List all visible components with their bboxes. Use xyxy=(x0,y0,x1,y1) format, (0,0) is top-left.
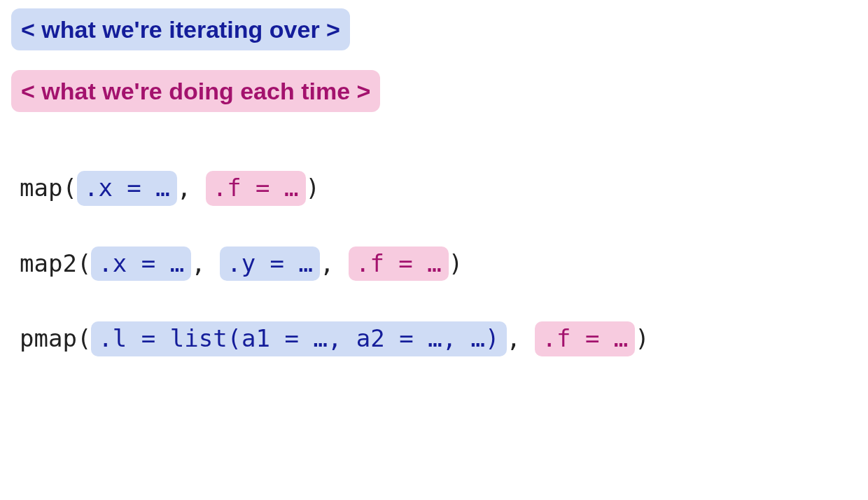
paren-open: ( xyxy=(77,249,91,277)
code-map2: map2(.x = …, .y = …, .f = …) xyxy=(20,246,857,281)
code-examples: map(.x = …, .f = …) map2(.x = …, .y = …,… xyxy=(11,171,857,356)
arg-f: .f = … xyxy=(535,321,635,356)
arg-l: .l = list(a1 = …, a2 = …, …) xyxy=(91,321,506,356)
fn-name: map2 xyxy=(20,249,77,277)
arg-x: .x = … xyxy=(91,246,191,281)
legend-doing: < what we're doing each time > xyxy=(11,70,380,112)
sep: , xyxy=(507,324,536,352)
code-pmap: pmap(.l = list(a1 = …, a2 = …, …), .f = … xyxy=(20,321,857,356)
sep: , xyxy=(320,249,349,277)
sep: , xyxy=(191,249,220,277)
paren-open: ( xyxy=(62,174,76,202)
code-map: map(.x = …, .f = …) xyxy=(20,171,857,205)
legend-iterating: < what we're iterating over > xyxy=(11,8,350,50)
arg-x: .x = … xyxy=(77,171,177,205)
paren-open: ( xyxy=(77,324,91,352)
paren-close: ) xyxy=(635,324,649,352)
arg-f: .f = … xyxy=(206,171,306,205)
paren-close: ) xyxy=(449,249,463,277)
sep: , xyxy=(177,174,206,202)
arg-f: .f = … xyxy=(349,246,449,281)
fn-name: map xyxy=(20,174,62,202)
fn-name: pmap xyxy=(20,324,77,352)
arg-y: .y = … xyxy=(220,246,320,281)
paren-close: ) xyxy=(306,174,320,202)
